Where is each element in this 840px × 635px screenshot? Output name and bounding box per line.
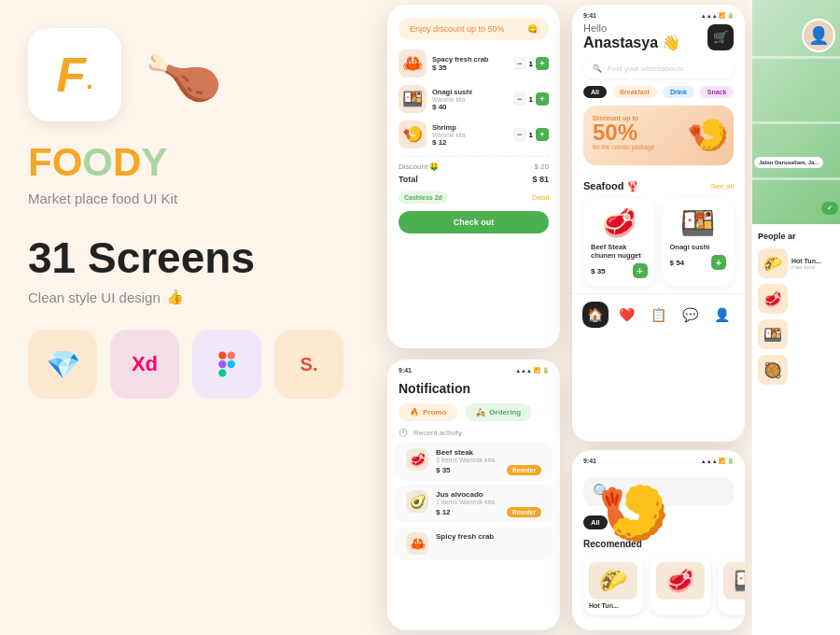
people-avatar-4: 🥘 xyxy=(758,355,788,385)
phone-status-2: 9:41 ▲▲▲ 📶 🔋 xyxy=(387,360,560,377)
cart-item-1: 🦀 Spacy fresh crab $ 35 − 1 + xyxy=(399,49,549,78)
item-img-3: 🍤 xyxy=(399,120,427,148)
filter-tabs: All ⚙ xyxy=(583,515,734,529)
road-h3 xyxy=(752,177,840,180)
notif-icon-1: 🥩 xyxy=(406,448,428,471)
recommended-title: Recomended xyxy=(583,539,734,549)
meat-3d-icon: 🍗 xyxy=(140,32,229,118)
road-h1 xyxy=(752,56,840,59)
qty-minus-2[interactable]: − xyxy=(513,92,526,106)
recommended-items: 🌮 Hot Tun... 🥩 🍱 xyxy=(583,557,734,614)
phone-cart: Enjoy discount up to 50% 😋 🦀 Spacy fresh… xyxy=(387,5,560,348)
svg-rect-1 xyxy=(227,351,234,359)
logo-dot: . xyxy=(86,65,93,95)
recom-img-2: 🥩 xyxy=(656,562,705,600)
qty-plus-3[interactable]: + xyxy=(536,128,549,141)
promo-card: Discount up to 50% for the combo package… xyxy=(583,106,734,165)
category-tabs: All Breakfast Drink Snack xyxy=(583,86,734,98)
recom-item-3: 🍱 xyxy=(718,557,745,614)
xd-icon: Xd xyxy=(110,330,179,399)
cart-item-3: 🍤 Shrimp Waronik kita $ 12 − 1 + xyxy=(399,120,549,148)
checkout-button[interactable]: Check out xyxy=(399,211,549,233)
screens-count: 31 Screens xyxy=(28,233,355,283)
sketch-icon: 💎 xyxy=(28,330,97,399)
recom-item-2: 🥩 xyxy=(651,557,710,614)
people-title: People ar xyxy=(758,232,834,241)
phone-home: 9:41 ▲▲▲ 📶 🔋 Hello Anastasya 👋 🛒 🔍 Find … xyxy=(572,5,745,442)
cashless-badge: Cashless 2d xyxy=(399,191,448,204)
qty-plus-2[interactable]: + xyxy=(536,92,549,106)
people-avatar-3: 🍱 xyxy=(758,319,788,349)
cart-icon[interactable]: 🛒 xyxy=(707,24,734,50)
cat-drink[interactable]: Drink xyxy=(663,86,694,98)
filter-other[interactable]: ⚙ xyxy=(613,515,635,529)
people-item-4: 🥘 xyxy=(758,355,834,385)
nav-home[interactable]: 🏠 xyxy=(582,302,609,328)
tab-promo[interactable]: 🔥Promo xyxy=(399,403,457,421)
notif-item-1: 🥩 Beef steak 3 Items Waronik kita $ 35 R… xyxy=(395,443,553,481)
tagline: Market place food UI Kit xyxy=(28,190,355,206)
filter-all[interactable]: All xyxy=(583,515,608,529)
qty-minus-3[interactable]: − xyxy=(513,128,526,141)
notif-icon-2: 🥑 xyxy=(406,490,428,513)
slides-icon: S. xyxy=(274,330,343,399)
map-avatar: 👤 xyxy=(802,19,835,52)
food-card-1: 🥩 Beef Steak chunen nugget $ 35 + xyxy=(583,198,655,286)
qty-ctrl-3[interactable]: − 1 + xyxy=(513,128,549,141)
notification-tabs: 🔥Promo 🛵Ordering xyxy=(387,403,560,429)
reorder-btn-1[interactable]: Reorder xyxy=(507,465,541,475)
people-avatar-2: 🥩 xyxy=(758,284,788,314)
discount-row: Discount 🤑 $ 20 xyxy=(399,162,549,171)
promo-banner: Enjoy discount up to 50% 😋 xyxy=(399,18,549,40)
promo-food-icon: 🍤 xyxy=(687,116,729,155)
people-item-3: 🍱 xyxy=(758,319,834,349)
reorder-btn-2[interactable]: Reorder xyxy=(507,507,541,517)
notif-item-3: 🦀 Spicy fresh crab xyxy=(395,527,553,560)
qty-ctrl-1[interactable]: − 1 + xyxy=(513,57,549,70)
svg-rect-3 xyxy=(218,369,226,376)
add-food-2[interactable]: + xyxy=(711,255,726,270)
qty-minus-1[interactable]: − xyxy=(513,57,526,70)
cat-all[interactable]: All xyxy=(583,86,607,98)
nav-favorites[interactable]: ❤️ xyxy=(614,302,640,328)
figma-icon xyxy=(192,330,261,399)
search-icon-2: 🔍 xyxy=(593,483,611,501)
bottom-nav: 🏠 ❤️ 📋 💬 👤 xyxy=(572,293,745,335)
people-panel: People ar 🌮 Hot Tun... Fast food 🥩 🍱 🥘 xyxy=(752,224,840,635)
nav-chat[interactable]: 💬 xyxy=(677,302,703,328)
left-panel: F . 🍗 FOODY Market place food UI Kit 31 … xyxy=(0,0,383,635)
add-food-1[interactable]: + xyxy=(633,263,648,278)
cat-breakfast[interactable]: Breakfast xyxy=(612,86,657,98)
phone-status-3: 9:41 ▲▲▲ 📶 🔋 xyxy=(572,5,745,22)
seafood-section-header: Seafood 🦞 See all xyxy=(572,180,745,192)
people-avatar-1: 🌮 xyxy=(758,248,788,278)
item-img-1: 🦀 xyxy=(399,49,427,78)
tab-ordering[interactable]: 🛵Ordering xyxy=(465,403,532,421)
people-item-2: 🥩 xyxy=(758,284,834,314)
qty-ctrl-2[interactable]: − 1 + xyxy=(513,92,549,106)
svg-rect-2 xyxy=(218,360,226,368)
recom-item-1: 🌮 Hot Tun... xyxy=(583,557,643,614)
search-bar-2[interactable]: 🔍 S... xyxy=(583,477,734,506)
phone-map-area: Jalan Darusallam, Ja... ✓ 👤 People ar 🌮 … xyxy=(752,0,840,635)
logo-letter-f: F xyxy=(56,47,86,103)
road-h2 xyxy=(752,121,840,124)
detail-link[interactable]: Detail xyxy=(532,194,549,201)
home-search-bar[interactable]: 🔍 Find your whereabouts xyxy=(583,59,734,78)
svg-point-4 xyxy=(227,360,234,368)
people-sub-1: Fast food xyxy=(791,264,821,270)
phone-status-4: 9:41 ▲▲▲ 📶 🔋 xyxy=(572,450,745,468)
nav-orders[interactable]: 📋 xyxy=(645,302,671,328)
phone-search: 9:41 ▲▲▲ 📶 🔋 🔍 S... All ⚙ Recomended 🌮 H… xyxy=(572,450,745,630)
brand-name: FOODY xyxy=(28,140,355,185)
total-row: Total $ 81 xyxy=(399,175,549,184)
food-img-2: 🍱 xyxy=(670,205,727,239)
svg-rect-0 xyxy=(218,351,226,359)
qty-plus-1[interactable]: + xyxy=(536,57,549,70)
recom-img-3: 🍱 xyxy=(723,562,745,600)
clean-design-label: Clean style UI design 👍 xyxy=(28,289,355,305)
recom-img-1: 🌮 xyxy=(589,562,637,600)
search-icon: 🔍 xyxy=(593,64,602,73)
nav-profile[interactable]: 👤 xyxy=(708,302,735,328)
cat-snack[interactable]: Snack xyxy=(700,86,735,98)
